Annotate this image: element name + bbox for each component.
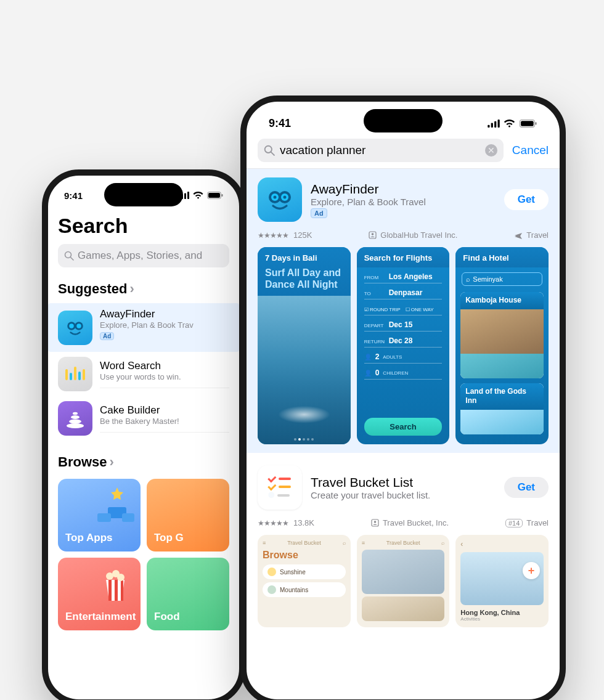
svg-point-31 [117,574,124,581]
screenshot-3: ‹ + Hong Kong, China Activities [455,535,549,627]
surf-image [258,296,351,444]
svg-rect-32 [488,124,489,127]
app-icon [58,311,92,345]
app-subtitle: Explore, Plan & Book Trav [100,320,229,330]
wifi-icon [193,192,203,199]
svg-point-49 [372,233,374,235]
browse-tile-food[interactable]: Food [147,558,229,630]
search-input[interactable]: Games, Apps, Stories, and [58,244,229,267]
svg-point-45 [274,196,277,199]
status-time: 9:41 [64,190,83,201]
app-subtitle: Be the Bakery Master! [100,417,229,426]
app-name: AwayFinder [100,308,229,320]
suggested-header[interactable]: Suggested › [58,267,229,303]
svg-point-22 [73,412,78,415]
rank-badge: #14 [505,519,523,527]
developer-name: Travel Bucket, Inc. [383,518,449,527]
app-name: Travel Bucket List [311,475,496,490]
svg-rect-27 [115,580,118,601]
ratings-count: 13.8K [293,518,314,527]
trophy-icon [92,482,136,526]
screenshots[interactable]: 7 Days in Bali Surf All Day and Dance Al… [258,247,549,444]
app-icon [258,465,302,510]
search-icon [264,145,275,156]
phone-search-tab: 9:41 Search Games, Apps, Stories, and Su… [42,169,245,700]
browse-tile-entertainment[interactable]: Entertainment [58,558,141,630]
star-icon: ★★★★★ [258,519,288,527]
category-label: Travel [526,230,549,240]
status-bar: 9:41 [247,102,560,137]
get-button[interactable]: Get [504,189,549,210]
ad-badge: Ad [311,208,327,218]
suggested-item-cakebuilder[interactable]: Cake Builder Be the Bakery Master! [58,396,229,441]
svg-point-20 [69,420,81,424]
svg-line-8 [71,258,74,261]
svg-rect-24 [97,513,111,522]
search-icon [64,251,74,261]
svg-rect-37 [521,121,534,126]
search-icon: ⌕ [441,540,444,546]
cellular-icon [488,120,500,128]
developer-icon [369,231,377,239]
search-result-travelbucket[interactable]: Travel Bucket List Create your travel bu… [247,453,560,627]
search-input[interactable]: vacation planner ✕ [258,139,504,162]
browse-tile-top-apps[interactable]: Top Apps [58,479,141,551]
svg-point-21 [71,415,80,419]
svg-rect-3 [187,192,189,199]
plane-icon [514,231,523,240]
search-icon: ⌕ [466,275,470,283]
page-title: Search [58,208,229,244]
svg-rect-6 [222,194,223,197]
tile-label: Top G [154,532,184,544]
svg-rect-25 [122,513,134,522]
browse-tile-top-games[interactable]: Top G [147,479,229,551]
phone-search-results: 9:41 vacation planner ✕ Cancel AwayFinde… [240,96,566,700]
tile-label: Entertainment [65,611,136,623]
search-result-awayfinder[interactable]: AwayFinder Explore, Plan & Book Travel A… [247,169,560,453]
get-button[interactable]: Get [504,477,549,498]
tile-label: Top Apps [65,532,112,544]
screenshot-2: ≡Travel Bucket⌕ [357,535,450,627]
app-icon [58,357,92,391]
svg-point-12 [76,324,81,328]
back-icon: ‹ [460,540,463,548]
cancel-button[interactable]: Cancel [512,144,549,157]
browse-header[interactable]: Browse › [58,441,229,476]
app-name: Cake Builder [100,404,229,417]
battery-icon [519,120,537,128]
svg-rect-5 [208,193,220,198]
suggested-item-wordsearch[interactable]: Word Search Use your words to win. [58,352,229,396]
search-icon: ⌕ [343,540,346,546]
svg-line-40 [271,152,274,155]
app-subtitle: Use your words to win. [100,372,229,381]
svg-rect-38 [535,122,536,124]
app-name: Word Search [100,360,229,372]
svg-rect-34 [494,121,496,127]
svg-point-46 [284,196,287,199]
screenshot-1: 7 Days in Bali Surf All Day and Dance Al… [258,247,351,444]
screenshots[interactable]: ≡Travel Bucket⌕ Browse Sunshine Mountain… [258,535,549,627]
search-placeholder: Games, Apps, Stories, and [78,250,202,262]
svg-rect-0 [178,197,180,199]
app-name: AwayFinder [311,182,496,197]
svg-rect-33 [491,123,493,128]
developer-name: GlobalHub Travel Inc. [380,230,457,240]
star-icon: ★★★★★ [258,231,288,240]
app-subtitle: Create your travel bucket list. [311,490,496,500]
svg-rect-26 [108,580,112,601]
svg-rect-35 [498,120,500,128]
clear-icon[interactable]: ✕ [485,144,497,157]
tile-label: Food [154,611,180,623]
status-icons [488,120,537,128]
app-icon [58,401,92,436]
cellular-icon [178,192,189,199]
chevron-right-icon: › [129,281,134,297]
search-value: vacation planner [280,144,480,157]
screenshot-1: ≡Travel Bucket⌕ Browse Sunshine Mountain… [258,535,351,627]
svg-rect-1 [181,195,183,199]
suggested-item-awayfinder[interactable]: AwayFinder Explore, Plan & Book Trav Ad [48,303,239,352]
chevron-right-icon: › [109,454,113,470]
battery-icon [207,192,223,199]
category-label: Travel [526,518,549,527]
status-bar: 9:41 [48,176,239,208]
